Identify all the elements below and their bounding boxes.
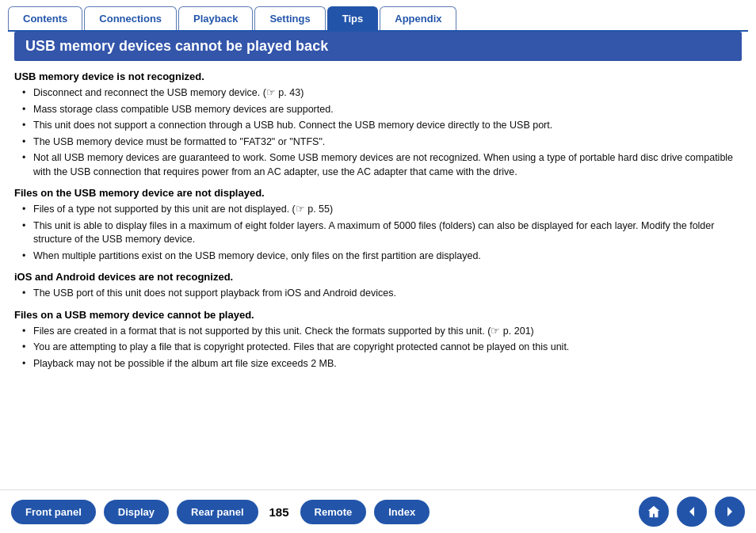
- tab-playback[interactable]: Playback: [178, 6, 253, 30]
- list-item: Not all USB memory devices are guarantee…: [22, 151, 742, 179]
- right-arrow-icon: [724, 505, 736, 518]
- front-panel-button[interactable]: Front panel: [11, 500, 96, 524]
- tab-appendix[interactable]: Appendix: [380, 6, 456, 30]
- bullet-list-section2: Files of a type not supported by this un…: [14, 203, 742, 263]
- list-item: The USB memory device must be formatted …: [22, 135, 742, 150]
- tab-contents[interactable]: Contents: [8, 6, 82, 30]
- index-button[interactable]: Index: [374, 500, 430, 524]
- section-heading-section1: USB memory device is not recognized.: [14, 70, 742, 82]
- page-number: 185: [269, 505, 289, 519]
- list-item: Files of a type not supported by this un…: [22, 203, 742, 217]
- list-item: Playback may not be possible if the albu…: [22, 357, 742, 371]
- sections-container: USB memory device is not recognized.Disc…: [14, 70, 742, 371]
- list-item: You are attempting to play a file that i…: [22, 341, 742, 355]
- tab-tips[interactable]: Tips: [327, 6, 379, 30]
- section-heading-section2: Files on the USB memory device are not d…: [14, 187, 742, 199]
- content-area: USB memory devices cannot be played back…: [0, 32, 756, 489]
- tab-connections[interactable]: Connections: [84, 6, 177, 30]
- list-item: This unit is able to display files in a …: [22, 219, 742, 247]
- left-arrow-icon: [685, 505, 698, 518]
- bullet-list-section4: Files are created in a format that is no…: [14, 325, 742, 371]
- prev-button[interactable]: [677, 497, 707, 527]
- bullet-list-section3: The USB port of this unit does not suppo…: [14, 287, 742, 301]
- section-heading-section4: Files on a USB memory device cannot be p…: [14, 309, 742, 321]
- rear-panel-button[interactable]: Rear panel: [177, 500, 258, 524]
- list-item: Files are created in a format that is no…: [22, 325, 742, 339]
- next-button[interactable]: [715, 497, 745, 527]
- list-item: This unit does not support a connection …: [22, 119, 742, 133]
- list-item: Mass storage class compatible USB memory…: [22, 103, 742, 117]
- home-button[interactable]: [639, 497, 669, 527]
- tab-settings[interactable]: Settings: [254, 6, 325, 30]
- home-icon: [647, 504, 661, 519]
- display-button[interactable]: Display: [104, 500, 169, 524]
- list-item: When multiple partitions exist on the US…: [22, 249, 742, 264]
- bullet-list-section1: Disconnect and reconnect the USB memory …: [14, 86, 742, 179]
- page-title-banner: USB memory devices cannot be played back: [14, 32, 742, 61]
- tabs-bar: ContentsConnectionsPlaybackSettingsTipsA…: [0, 0, 756, 30]
- list-item: The USB port of this unit does not suppo…: [22, 287, 742, 301]
- section-heading-section3: iOS and Android devices are not recogniz…: [14, 271, 742, 283]
- bottom-nav: Front panel Display Rear panel 185 Remot…: [0, 489, 756, 533]
- remote-button[interactable]: Remote: [300, 500, 367, 524]
- page-title: USB memory devices cannot be played back: [25, 38, 328, 54]
- list-item: Disconnect and reconnect the USB memory …: [22, 86, 742, 101]
